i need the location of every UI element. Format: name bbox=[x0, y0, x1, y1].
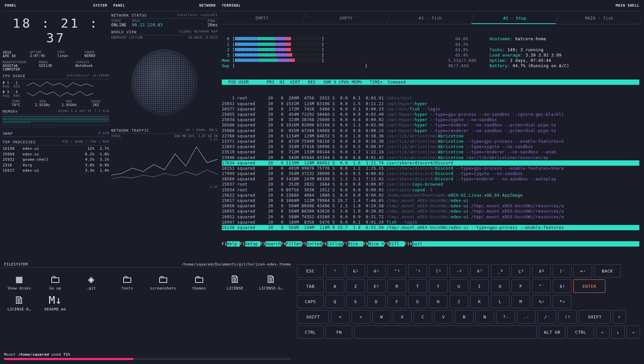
htop-process-row[interactable]: 17634 squared 20 0 1130M 128M 86052 S 0.… bbox=[222, 160, 639, 166]
top-process-row[interactable]: 15617edex-ui3.3%1.4% bbox=[3, 168, 109, 174]
key-↓[interactable]: ↓ bbox=[611, 325, 625, 339]
key-x[interactable]: X bbox=[393, 310, 412, 323]
key-l[interactable]: L bbox=[491, 295, 509, 308]
key-back[interactable]: BACK bbox=[594, 264, 621, 277]
globe-visualization[interactable] bbox=[111, 39, 218, 126]
key-.[interactable]: .; bbox=[517, 310, 535, 323]
key-caps[interactable]: CAPS bbox=[297, 295, 324, 308]
htop-process-row[interactable]: 15622 squared 20 0 23680 4064 1880 S 0.0… bbox=[222, 193, 639, 198]
key-&[interactable]: &1 bbox=[346, 264, 365, 277]
key-$[interactable]: $£ bbox=[553, 279, 571, 293]
key-²[interactable]: ² bbox=[326, 264, 344, 277]
key-ç[interactable]: ç9 bbox=[511, 264, 530, 277]
htop-process-row[interactable]: 17909 squared 20 0 354M 37232 30090 S 0.… bbox=[222, 171, 639, 176]
htop-process-row[interactable]: 15937 root 20 0 252M 2832 1684 S 0.0 0.0… bbox=[222, 182, 639, 187]
key-t[interactable]: T bbox=[408, 279, 427, 293]
top-process-row[interactable]: 25932gnome-shell4.5%3.1% bbox=[3, 157, 109, 163]
htop-process-row[interactable]: 18151 squared 20 0 491M 99876 75776 S 0.… bbox=[222, 166, 639, 171]
htop-process-row[interactable]: 15934 root 20 0 89756 3030 1912 S 0.0 0.… bbox=[222, 187, 639, 193]
key-%[interactable]: %ù bbox=[532, 295, 551, 308]
key-ctrl[interactable]: CTRL bbox=[297, 325, 324, 339]
terminal-tab[interactable]: MAIN - fish bbox=[556, 13, 641, 24]
fs-item[interactable]: 🗀themes bbox=[186, 272, 212, 290]
key-alt gr[interactable]: ALT GR bbox=[539, 325, 565, 339]
key->[interactable]: > bbox=[352, 310, 370, 323]
key-ctrl[interactable]: CTRL bbox=[567, 325, 594, 339]
key-shift[interactable]: SHIFT bbox=[579, 310, 611, 323]
key-<[interactable]: < bbox=[331, 310, 350, 323]
fs-item[interactable]: 🗀screenshots bbox=[150, 272, 176, 290]
terminal-tab[interactable]: EMPTY bbox=[303, 13, 390, 24]
key-esc[interactable]: ESC bbox=[297, 264, 324, 277]
htop-process-row[interactable]: 22760 squared 20 0 1134M 129M 84632 S 0.… bbox=[222, 133, 639, 139]
key-→[interactable]: → bbox=[627, 325, 640, 339]
htop-process-row[interactable]: 23371 squared 20 0 471M 75900 58156 S 0.… bbox=[222, 139, 639, 144]
key-'[interactable]: '4 bbox=[408, 264, 427, 277]
htop-process-row[interactable]: 25066 squared 20 0 955M 67268 54068 S 0.… bbox=[222, 128, 639, 133]
key-_[interactable]: _8 bbox=[491, 264, 509, 277]
terminal-tab[interactable]: EMPTY bbox=[220, 13, 305, 24]
htop-process-row[interactable]: 1 root 20 0 200M 4756 2932 S 0.0 0.1 0:0… bbox=[222, 95, 639, 101]
terminal-tab[interactable]: #2 - htop bbox=[471, 13, 558, 24]
key-d[interactable]: D bbox=[367, 295, 386, 308]
key-i[interactable]: I bbox=[470, 279, 489, 293]
key-é[interactable]: é2 bbox=[367, 264, 386, 277]
htop-process-row[interactable]: 25034 squared 20 0 323M 28768 25600 S 0.… bbox=[222, 117, 639, 122]
key-c[interactable]: C bbox=[414, 310, 432, 323]
key-←[interactable]: ← bbox=[596, 325, 609, 339]
key-enter[interactable]: ENTER bbox=[573, 279, 605, 293]
top-process-row[interactable]: 15669edex-ui6.2%1.8% bbox=[3, 152, 109, 157]
htop-process-row[interactable]: 25031 squared 20 0 1531M 115M 83196 S 0.… bbox=[222, 101, 639, 106]
fs-item[interactable]: 🗎LICENSE bbox=[222, 272, 248, 290]
fs-item[interactable]: 🗎LICENSE-G… bbox=[258, 272, 284, 290]
fs-item[interactable]: ▦Show disks bbox=[6, 272, 33, 290]
htop-process-row[interactable]: 26577 squared 20 0 172M 7428 5480 S 0.0 … bbox=[222, 106, 639, 112]
fs-item[interactable]: ◈.git bbox=[78, 272, 105, 290]
htop-process-row[interactable]: 26566 squared 20 0 1016M 92096 63108 S 0… bbox=[222, 122, 639, 128]
htop-process-row[interactable]: 15617 squared 20 0 1084M 112M 79984 S 19… bbox=[222, 198, 639, 203]
htop-process-row[interactable]: 23946 squared 20 0 545M 65644 43104 S 0.… bbox=[222, 155, 639, 160]
key-e[interactable]: E€ bbox=[367, 279, 386, 293]
key-/[interactable]: /: bbox=[537, 310, 556, 323]
htop-process-row[interactable]: 16052 squared 20 0 588M 74352 43580 S 0.… bbox=[222, 214, 639, 220]
htop-process-row[interactable]: 22853 squared 20 0 354M 37416 30096 S 0.… bbox=[222, 144, 639, 149]
key-tab[interactable]: TAB bbox=[297, 279, 324, 293]
key-space[interactable] bbox=[354, 325, 537, 339]
htop-process-row[interactable]: 16047 squared 20 0 180M 8356 5476 S 0.0 … bbox=[222, 220, 639, 225]
key-w[interactable]: W bbox=[372, 310, 391, 323]
fs-item[interactable]: 🗎LICENSE-R… bbox=[6, 293, 33, 311]
key-y[interactable]: Y bbox=[429, 279, 448, 293]
key--[interactable]: -6 bbox=[450, 264, 468, 277]
key-è[interactable]: è7 bbox=[470, 264, 489, 277]
key-m[interactable]: M bbox=[511, 295, 530, 308]
key-j[interactable]: J bbox=[450, 295, 468, 308]
key-o[interactable]: O bbox=[491, 279, 509, 293]
key-![interactable]: !§ bbox=[558, 310, 577, 323]
terminal-tab[interactable]: #3 - fish bbox=[387, 13, 474, 24]
htop-process-row[interactable]: 16138 squared 20 0 564M 144M 118M R 33.7… bbox=[222, 225, 639, 230]
key-v[interactable]: V bbox=[434, 310, 453, 323]
key-a[interactable]: A bbox=[326, 279, 344, 293]
key-g[interactable]: G bbox=[408, 295, 427, 308]
key-p[interactable]: P bbox=[511, 279, 530, 293]
htop-process-row[interactable]: 18560 squared 20 0 1428M 247M 86108 S 1.… bbox=[222, 176, 639, 182]
key-n[interactable]: N bbox=[476, 310, 494, 323]
key-à[interactable]: à0 bbox=[532, 264, 551, 277]
key-*[interactable]: *µ bbox=[553, 295, 571, 308]
key-f[interactable]: F bbox=[388, 295, 406, 308]
key-r[interactable]: R bbox=[388, 279, 406, 293]
key-fn[interactable]: FN bbox=[326, 325, 352, 339]
htop-output[interactable]: 0[]64.8% 1[]64.7% 2[]63.9% 3[]65.4%Mem[]… bbox=[220, 24, 641, 259]
key-^[interactable]: ^¨ bbox=[532, 279, 551, 293]
key-z[interactable]: Z bbox=[346, 279, 365, 293]
key-h[interactable]: H bbox=[429, 295, 448, 308]
key-shift[interactable]: SHIFT bbox=[297, 310, 329, 323]
key-b[interactable]: B bbox=[455, 310, 474, 323]
top-process-row[interactable]: 16138edex-ui12%2.7% bbox=[3, 146, 109, 152]
fs-item[interactable]: 🗀Go up bbox=[42, 272, 69, 290]
fs-item[interactable]: 🗀fonts bbox=[114, 272, 141, 290]
key-s[interactable]: S bbox=[346, 295, 365, 308]
key-([interactable]: (5 bbox=[429, 264, 448, 277]
fs-item[interactable]: M↓README.md bbox=[42, 293, 69, 311]
key-k[interactable]: K bbox=[470, 295, 489, 308]
